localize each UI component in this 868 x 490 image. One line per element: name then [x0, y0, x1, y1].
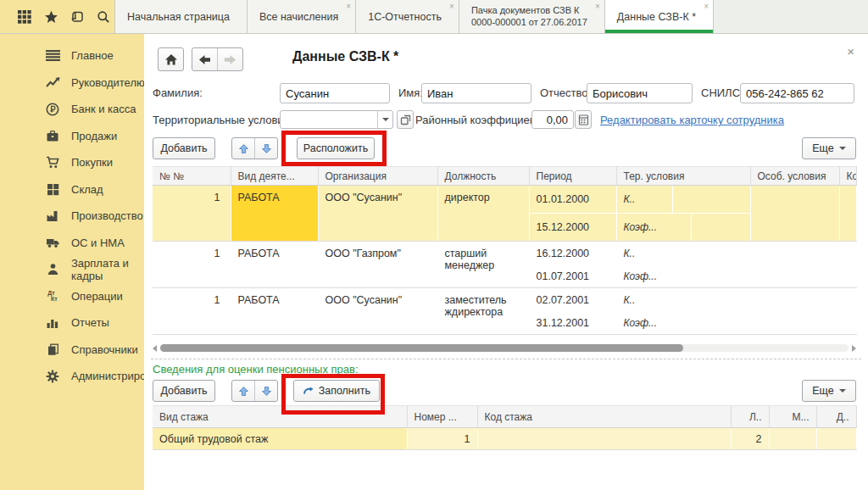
table-cell[interactable]: старший менеджер: [437, 242, 529, 288]
horizontal-scrollbar[interactable]: [153, 342, 856, 354]
tab-1[interactable]: Начальная страница: [114, 0, 248, 33]
column-header[interactable]: Код: [839, 167, 856, 186]
sidebar-item-ос-и-нма[interactable]: ОС и НМА: [0, 230, 144, 257]
table-cell[interactable]: Общий трудовой стаж: [153, 428, 407, 450]
table-cell[interactable]: ООО "Газпром": [318, 242, 437, 288]
table-cell[interactable]: К..: [616, 242, 750, 265]
tab-5[interactable]: Данные СЗВ-К *×: [605, 0, 714, 33]
table-cell[interactable]: ООО "Сусанин": [318, 186, 437, 242]
table-cell[interactable]: Коэф...: [616, 311, 750, 335]
table-cell[interactable]: директор: [437, 186, 529, 242]
table-cell[interactable]: [750, 242, 839, 288]
favorites-star-icon[interactable]: [43, 9, 58, 25]
table-cell[interactable]: 01.07.2001: [529, 264, 616, 288]
sidebar-item-производство[interactable]: Производство: [0, 203, 144, 230]
more-button-bottom[interactable]: Еще: [802, 380, 856, 402]
regional-coef-field[interactable]: [531, 110, 574, 129]
territorial-combobox[interactable]: [280, 110, 393, 129]
table-cell[interactable]: 1: [407, 428, 477, 450]
scrollbar-track[interactable]: [160, 344, 849, 352]
tab-4[interactable]: Пачка документов СЗВ К0000-000001 от 27.…: [459, 0, 605, 33]
column-header[interactable]: Вид деяте...: [231, 167, 318, 186]
table-cell[interactable]: 16.12.2000: [529, 242, 616, 265]
table-cell[interactable]: [477, 428, 731, 450]
calculator-button[interactable]: [575, 110, 592, 129]
search-icon[interactable]: [96, 9, 111, 25]
table-cell[interactable]: ООО "Сусанин": [318, 288, 437, 335]
add-button-bottom[interactable]: Добавить: [153, 380, 215, 402]
more-button-top[interactable]: Еще: [802, 137, 856, 159]
table-cell[interactable]: 31.12.2001: [529, 311, 616, 335]
column-header[interactable]: Период: [529, 167, 616, 186]
sidebar-item-главное[interactable]: Главное: [0, 42, 144, 70]
sidebar-item-покупки[interactable]: Покупки: [0, 149, 144, 176]
arrange-button[interactable]: Расположить: [297, 137, 375, 159]
column-header[interactable]: Д..: [816, 406, 856, 428]
table-cell[interactable]: К..: [616, 186, 750, 214]
table-cell[interactable]: [839, 186, 856, 242]
table-cell[interactable]: Коэф...: [616, 214, 750, 242]
tab-close-icon[interactable]: ×: [595, 3, 600, 11]
table-cell[interactable]: РАБОТА: [231, 242, 318, 288]
table-row[interactable]: 1РАБОТАООО "Сусанин"директор01.01.2000К.…: [153, 186, 856, 214]
sidebar-item-зарплата-и-кадры[interactable]: Зарплата и кадры: [0, 256, 144, 283]
apps-grid-icon[interactable]: [17, 9, 32, 25]
work-periods-table[interactable]: № №Вид деяте...ОрганизацияДолжностьПерио…: [153, 166, 857, 335]
firstname-field[interactable]: [421, 83, 531, 103]
edit-employee-card-link[interactable]: Редактировать карточку сотрудника: [600, 114, 784, 126]
history-icon[interactable]: [70, 9, 85, 25]
forward-button[interactable]: [217, 48, 242, 70]
tab-close-icon[interactable]: ×: [704, 3, 709, 11]
sidebar-item-отчеты[interactable]: Отчеты: [0, 309, 144, 337]
sidebar-item-склад[interactable]: Склад: [0, 176, 144, 203]
sidebar-item-продажи[interactable]: Продажи: [0, 123, 144, 150]
home-button[interactable]: [158, 47, 184, 71]
column-header[interactable]: Вид стажа: [153, 406, 407, 428]
column-header[interactable]: № №: [153, 167, 231, 186]
tab-2[interactable]: Все начисления×: [248, 0, 356, 33]
sidebar-item-операции[interactable]: Дт КтОперации: [0, 283, 144, 310]
scroll-right-icon[interactable]: [852, 345, 856, 352]
table-cell[interactable]: Коэф...: [616, 264, 750, 288]
column-header[interactable]: Тер. условия: [616, 167, 750, 186]
column-header[interactable]: Номер ...: [407, 406, 477, 428]
snils-field[interactable]: [740, 83, 854, 103]
territorial-open-button[interactable]: [397, 110, 414, 129]
table-cell[interactable]: [769, 428, 816, 450]
table-cell[interactable]: РАБОТА: [231, 288, 318, 335]
pension-rights-table[interactable]: Вид стажаНомер ...Код стажаЛ..М...Д..Общ…: [153, 405, 857, 450]
column-header[interactable]: Л..: [731, 406, 769, 428]
table-cell[interactable]: 1: [153, 186, 231, 242]
lastname-field[interactable]: [280, 83, 390, 103]
fill-button[interactable]: Заполнить: [293, 380, 380, 402]
column-header[interactable]: Код стажа: [477, 406, 731, 428]
move-down-button-bottom[interactable]: [254, 381, 277, 401]
tab-close-icon[interactable]: ×: [346, 3, 351, 11]
scrollbar-thumb[interactable]: [160, 344, 683, 352]
column-header[interactable]: Организация: [318, 167, 437, 186]
column-header[interactable]: Должность: [437, 167, 529, 186]
tab-close-icon[interactable]: ×: [449, 3, 454, 11]
sidebar-item-администрирование[interactable]: Администрирование: [0, 363, 144, 390]
sidebar-item-справочники[interactable]: Справочники: [0, 337, 144, 364]
scroll-left-icon[interactable]: [153, 345, 157, 352]
table-cell[interactable]: 15.12.2000: [529, 214, 616, 242]
column-header[interactable]: Особ. условия: [750, 167, 839, 186]
table-row[interactable]: 1РАБОТАООО "Сусанин"заместитель ждиректо…: [153, 288, 856, 312]
column-header[interactable]: М...: [769, 406, 816, 428]
table-cell[interactable]: К..: [616, 288, 750, 312]
table-cell[interactable]: РАБОТА: [231, 186, 318, 242]
move-up-button-top[interactable]: [232, 138, 254, 159]
table-cell[interactable]: 01.01.2000: [529, 186, 616, 214]
table-cell[interactable]: заместитель ждиректора: [437, 288, 529, 335]
table-cell[interactable]: [750, 288, 839, 335]
table-cell[interactable]: [839, 288, 856, 335]
table-cell[interactable]: [816, 428, 856, 450]
back-button[interactable]: [192, 48, 217, 70]
table-cell[interactable]: [839, 242, 856, 288]
middlename-field[interactable]: [587, 83, 693, 103]
sidebar-item-руководителю[interactable]: Руководителю: [0, 70, 144, 97]
sidebar-item-банк-и-касса[interactable]: Банк и касса: [0, 96, 144, 123]
table-cell[interactable]: 2: [731, 428, 769, 450]
move-up-button-bottom[interactable]: [232, 381, 254, 401]
